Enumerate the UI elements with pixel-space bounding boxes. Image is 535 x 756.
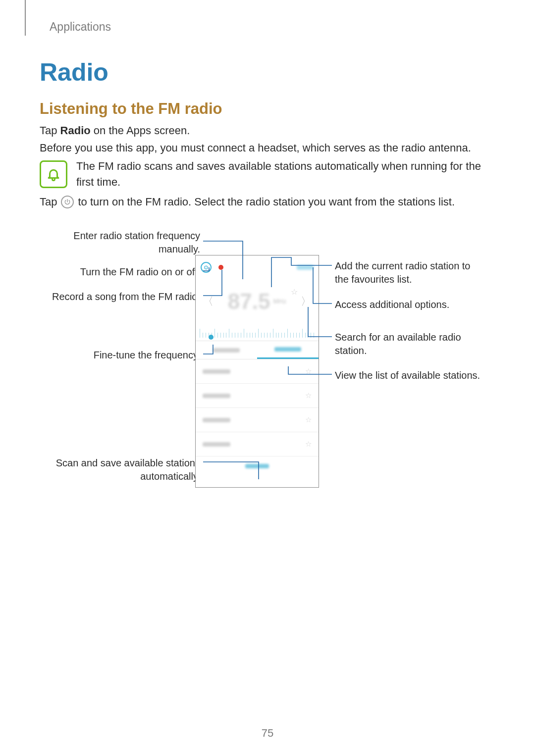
tab-stations[interactable]: [257, 341, 319, 359]
header-rule: [25, 0, 26, 36]
station-name: [203, 369, 230, 374]
callout-enter-frequency: Enter radio station frequency manually.: [64, 229, 200, 256]
breadcrumb: Applications: [50, 19, 111, 35]
radio-diagram: Enter radio station frequency manually. …: [0, 213, 535, 490]
callout-add-favourite: Add the current radio station to the fav…: [335, 259, 479, 286]
tab-favourites[interactable]: [196, 341, 257, 359]
text: to turn on the FM radio. Select the radi…: [78, 194, 455, 210]
station-tabs: [196, 341, 319, 359]
tap-power-line: Tap to turn on the FM radio. Select the …: [40, 194, 455, 210]
section-title: Listening to the FM radio: [40, 98, 222, 120]
callout-search-station: Search for an available radio station.: [335, 331, 479, 357]
power-icon: [61, 196, 74, 208]
phone-mockup: 〈 87.5 MHz ☆ 〉 ☆ ☆: [195, 255, 319, 488]
radio-topbar: [196, 255, 319, 279]
radio-bold: Radio: [60, 124, 91, 137]
note-box: The FM radio scans and saves available s…: [40, 158, 495, 190]
text: Tap: [40, 124, 60, 137]
intro-line-1: Tap Radio on the Apps screen.: [40, 123, 190, 139]
text: Tap: [40, 194, 57, 210]
frequency-ruler[interactable]: [196, 324, 319, 341]
callout-fine-tune: Fine-tune the frequency.: [84, 349, 200, 362]
star-icon[interactable]: ☆: [305, 390, 312, 401]
intro-line-2: Before you use this app, you must connec…: [40, 140, 471, 156]
station-row[interactable]: ☆: [196, 384, 319, 408]
text: on the Apps screen.: [91, 124, 190, 137]
ruler-marks: [196, 324, 319, 341]
note-text: The FM radio scans and saves available s…: [76, 158, 495, 190]
page-number: 75: [0, 725, 535, 741]
station-row[interactable]: ☆: [196, 359, 319, 384]
favourite-star-icon[interactable]: ☆: [291, 286, 298, 298]
star-icon[interactable]: ☆: [305, 414, 312, 425]
frequency-value: 87.5: [228, 286, 270, 317]
options-button[interactable]: [297, 265, 314, 270]
page-title: Radio: [40, 54, 108, 91]
scan-button[interactable]: [196, 456, 319, 475]
frequency-display[interactable]: 〈 87.5 MHz ☆ 〉: [196, 279, 319, 324]
callout-record: Record a song from the FM radio.: [50, 290, 200, 303]
record-button[interactable]: [218, 265, 223, 270]
scan-label: [245, 464, 269, 468]
power-button[interactable]: [201, 262, 212, 273]
callout-toggle-radio: Turn the FM radio on or off.: [73, 265, 200, 279]
station-row[interactable]: ☆: [196, 432, 319, 456]
frequency-unit: MHz: [273, 297, 286, 306]
ruler-knob[interactable]: [209, 335, 214, 340]
chevron-left-icon[interactable]: 〈: [203, 294, 214, 309]
station-row[interactable]: ☆: [196, 408, 319, 432]
station-name: [203, 442, 230, 447]
callout-view-list: View the list of available stations.: [335, 369, 488, 382]
station-name: [203, 418, 230, 422]
station-name: [203, 394, 230, 398]
star-icon[interactable]: ☆: [305, 366, 312, 377]
chevron-right-icon[interactable]: 〉: [301, 294, 312, 309]
bell-icon: [40, 160, 67, 188]
callout-scan-save: Scan and save available stations automat…: [54, 456, 200, 483]
callout-more-options: Access additional options.: [335, 298, 479, 311]
star-icon[interactable]: ☆: [305, 439, 312, 450]
